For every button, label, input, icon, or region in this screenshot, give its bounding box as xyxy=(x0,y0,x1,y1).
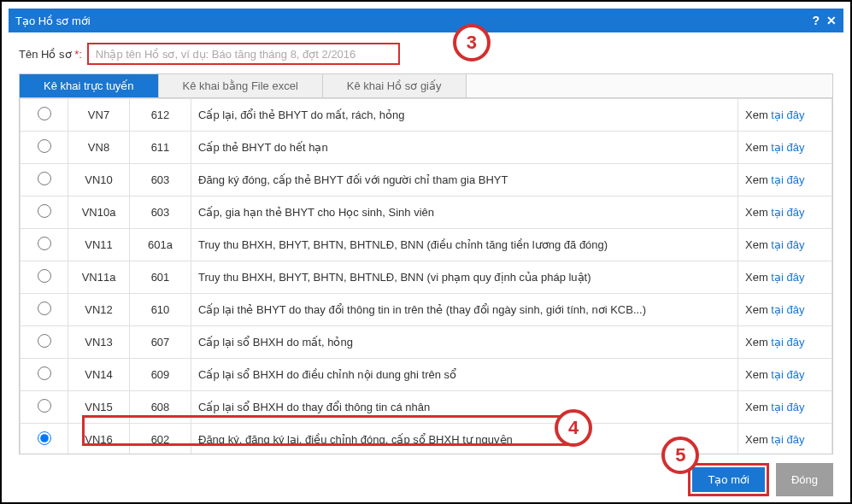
row-code: VN16 xyxy=(68,424,130,454)
row-desc: Truy thu BHXH, BHYT, BHTN, BHTNLĐ, BNN (… xyxy=(191,261,738,294)
row-link-cell: Xem tại đây xyxy=(738,229,832,261)
row-link-cell: Xem tại đây xyxy=(738,164,832,196)
view-link[interactable]: tại đây xyxy=(771,206,804,219)
row-radio[interactable] xyxy=(38,107,51,120)
table-row: VN11a601Truy thu BHXH, BHYT, BHTN, BHTNL… xyxy=(21,261,832,294)
row-desc: Đăng ký, đăng ký lại, điều chỉnh đóng, c… xyxy=(191,424,738,454)
row-desc: Cấp lại sổ BHXH do mất, hỏng xyxy=(191,326,738,359)
row-code: VN13 xyxy=(68,326,130,359)
row-link-cell: Xem tại đây xyxy=(738,294,832,326)
row-radio[interactable] xyxy=(38,302,51,315)
dialog-title: Tạo Hồ sơ mới xyxy=(15,15,812,27)
dialog-header: Tạo Hồ sơ mới ? ✕ xyxy=(9,9,843,32)
row-code: VN10 xyxy=(68,164,130,196)
dialog-window: Tạo Hồ sơ mới ? ✕ Tên Hồ sơ *: 3 Kê khai… xyxy=(9,9,843,495)
row-desc: Đăng ký đóng, cấp thẻ BHYT đối với người… xyxy=(191,164,738,196)
row-num: 610 xyxy=(130,294,191,326)
row-radio[interactable] xyxy=(38,334,51,348)
close-button[interactable]: Đóng xyxy=(776,463,833,496)
table-row: VN11601aTruy thu BHXH, BHYT, BHTN, BHTNL… xyxy=(21,229,832,261)
callout-4: 4 xyxy=(555,409,592,447)
row-link-cell: Xem tại đây xyxy=(738,99,832,132)
row-link-cell: Xem tại đây xyxy=(738,391,832,424)
row-link-cell: Xem tại đây xyxy=(738,326,832,359)
row-desc: Cấp, gia hạn thẻ BHYT cho Học sinh, Sinh… xyxy=(191,196,738,229)
view-link[interactable]: tại đây xyxy=(771,368,804,381)
row-code: VN15 xyxy=(68,391,130,424)
dialog-footer: 5 Tạo mới Đóng xyxy=(9,454,843,504)
row-desc: Cấp lại sổ BHXH do điều chỉnh nội dung g… xyxy=(191,359,738,391)
data-table: VN7612Cấp lại, đổi thẻ BHYT do mất, rách… xyxy=(20,98,832,454)
table-row: VN7612Cấp lại, đổi thẻ BHYT do mất, rách… xyxy=(21,99,832,132)
tab-right-label xyxy=(812,74,832,97)
table-row: VN8611Cấp thẻ BHYT do hết hạnXem tại đây xyxy=(21,132,832,164)
row-radio[interactable] xyxy=(38,139,51,153)
row-desc: Cấp thẻ BHYT do hết hạn xyxy=(191,132,738,164)
table-row: VN14609Cấp lại sổ BHXH do điều chỉnh nội… xyxy=(21,359,832,391)
row-radio[interactable] xyxy=(38,366,51,380)
row-link-cell: Xem tại đây xyxy=(738,196,832,229)
name-field-row: Tên Hồ sơ *: 3 xyxy=(19,43,833,65)
row-num: 603 xyxy=(130,196,191,229)
view-link[interactable]: tại đây xyxy=(771,173,804,186)
view-link[interactable]: tại đây xyxy=(771,108,804,121)
row-desc: Truy thu BHXH, BHYT, BHTN, BHTNLĐ, BNN (… xyxy=(191,229,738,261)
tab-excel[interactable]: Kê khai bằng File excel xyxy=(159,74,323,97)
row-num: 603 xyxy=(130,164,191,196)
row-code: VN8 xyxy=(68,132,130,164)
row-link-cell: Xem tại đây xyxy=(738,261,832,294)
row-code: VN10a xyxy=(68,196,130,229)
name-label: Tên Hồ sơ *: xyxy=(19,48,82,61)
row-code: VN11 xyxy=(68,229,130,261)
row-num: 608 xyxy=(130,391,191,424)
row-link-cell: Xem tại đây xyxy=(738,132,832,164)
table-row: VN15608Cấp lại sổ BHXH do thay đổi thông… xyxy=(21,391,832,424)
row-code: VN11a xyxy=(68,261,130,294)
create-button[interactable]: Tạo mới xyxy=(692,467,765,492)
row-num: 609 xyxy=(130,359,191,391)
row-radio[interactable] xyxy=(38,237,51,250)
row-num: 612 xyxy=(130,99,191,132)
row-link-cell: Xem tại đây xyxy=(738,359,832,391)
view-link[interactable]: tại đây xyxy=(771,433,804,446)
row-radio[interactable] xyxy=(38,269,51,283)
row-link-cell: Xem tại đây xyxy=(738,424,832,454)
row-code: VN14 xyxy=(68,359,130,391)
callout-3: 3 xyxy=(453,24,491,62)
close-icon[interactable]: ✕ xyxy=(826,14,837,27)
table-row: VN10a603Cấp, gia hạn thẻ BHYT cho Học si… xyxy=(21,196,832,229)
help-icon[interactable]: ? xyxy=(812,14,820,27)
row-num: 601 xyxy=(130,261,191,294)
row-desc: Cấp lại sổ BHXH do thay đổi thông tin cá… xyxy=(191,391,738,424)
row-radio[interactable] xyxy=(38,204,51,218)
view-link[interactable]: tại đây xyxy=(771,141,804,154)
view-link[interactable]: tại đây xyxy=(771,303,804,316)
view-link[interactable]: tại đây xyxy=(771,271,804,284)
row-code: VN7 xyxy=(68,99,130,132)
table-row: VN10603Đăng ký đóng, cấp thẻ BHYT đối vớ… xyxy=(21,164,832,196)
create-button-highlight: 5 Tạo mới xyxy=(688,463,769,496)
table-row: VN12610Cấp lại thẻ BHYT do thay đổi thôn… xyxy=(21,294,832,326)
row-radio[interactable] xyxy=(38,172,51,185)
table-row: VN16602Đăng ký, đăng ký lại, điều chỉnh … xyxy=(21,424,832,454)
row-num: 607 xyxy=(130,326,191,359)
row-desc: Cấp lại, đổi thẻ BHYT do mất, rách, hỏng xyxy=(191,99,738,132)
row-num: 611 xyxy=(130,132,191,164)
table-row: VN13607Cấp lại sổ BHXH do mất, hỏngXem t… xyxy=(21,326,832,359)
tab-paper[interactable]: Kê khai Hồ sơ giấy xyxy=(323,74,467,97)
name-input[interactable] xyxy=(87,43,400,65)
row-num: 602 xyxy=(130,424,191,454)
row-code: VN12 xyxy=(68,294,130,326)
row-radio[interactable] xyxy=(38,431,51,445)
tab-online[interactable]: Kê khai trực tuyến xyxy=(20,74,159,97)
table-container: VN7612Cấp lại, đổi thẻ BHYT do mất, rách… xyxy=(19,97,833,454)
row-desc: Cấp lại thẻ BHYT do thay đổi thông tin i… xyxy=(191,294,738,326)
view-link[interactable]: tại đây xyxy=(771,238,804,251)
view-link[interactable]: tại đây xyxy=(771,401,804,413)
tabs-bar: Kê khai trực tuyến Kê khai bằng File exc… xyxy=(19,73,833,97)
row-radio[interactable] xyxy=(38,399,51,413)
table-scroll[interactable]: VN7612Cấp lại, đổi thẻ BHYT do mất, rách… xyxy=(20,98,832,454)
row-num: 601a xyxy=(130,229,191,261)
view-link[interactable]: tại đây xyxy=(771,336,804,349)
